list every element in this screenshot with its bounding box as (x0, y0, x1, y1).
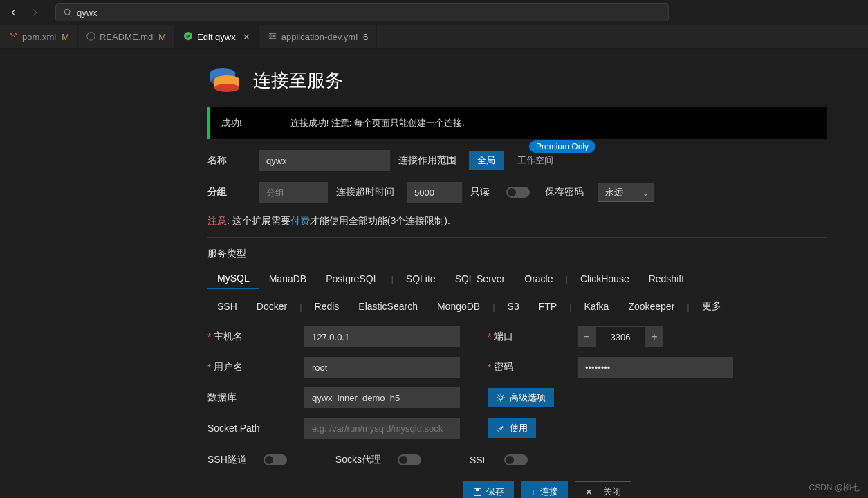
topbar: qywx (0, 0, 868, 25)
service-type-label: 服务类型 (207, 248, 830, 260)
pwd-label: 密码 (494, 361, 513, 374)
socks-toggle[interactable] (398, 454, 421, 465)
type-mysql[interactable]: MySQL (207, 268, 259, 289)
port-input[interactable] (595, 326, 645, 347)
socket-input[interactable] (304, 418, 460, 439)
type-mongodb[interactable]: MongoDB (427, 297, 490, 316)
tab-edit-qywx[interactable]: Edit qywx ✕ (175, 25, 259, 48)
watermark: CSDN @柳七 (809, 482, 860, 494)
ssl-toggle[interactable] (504, 454, 528, 465)
tab-appdev[interactable]: application-dev.yml 6 (259, 25, 378, 48)
success-alert: 成功! 连接成功! 注意: 每个页面只能创建一个连接. (207, 107, 827, 139)
database-icon (207, 66, 242, 95)
type-docker[interactable]: Docker (247, 297, 297, 316)
type-oracle[interactable]: Oracle (515, 269, 562, 288)
user-input[interactable] (304, 357, 460, 378)
alert-message: 连接成功! 注意: 每个页面只能创建一个连接. (290, 117, 465, 129)
save-icon (473, 488, 482, 497)
connect-button[interactable]: + 连接 (521, 481, 568, 498)
host-input[interactable] (304, 326, 460, 347)
close-button[interactable]: ✕ 关闭 (575, 481, 632, 498)
settings-lines-icon (268, 31, 277, 43)
group-input[interactable] (259, 182, 328, 203)
nav-forward-icon[interactable] (26, 4, 43, 21)
type-redshift[interactable]: Redshift (639, 269, 694, 288)
search-value: qywx (77, 8, 98, 18)
port-increment[interactable]: + (645, 326, 663, 347)
pwd-input[interactable] (578, 357, 733, 378)
page-title: 连接至服务 (253, 68, 343, 93)
type-sqlserver[interactable]: SQL Server (445, 269, 515, 288)
search-icon (63, 8, 73, 17)
type-mariadb[interactable]: MariaDB (259, 269, 316, 288)
svg-rect-17 (476, 488, 479, 490)
plus-icon: + (530, 487, 536, 497)
use-button[interactable]: 使用 (488, 418, 536, 438)
svg-point-7 (273, 35, 275, 37)
save-button[interactable]: 保存 (463, 481, 514, 498)
type-zookeeper[interactable]: Zookeeper (618, 297, 684, 316)
nav-back-icon[interactable] (6, 4, 22, 21)
svg-point-6 (270, 33, 272, 35)
timeout-input[interactable] (407, 182, 462, 203)
type-clickhouse[interactable]: ClickHouse (571, 269, 639, 288)
advanced-button[interactable]: 高级选项 (488, 388, 554, 407)
svg-line-1 (69, 14, 71, 16)
scope-label: 连接作用范围 (398, 154, 461, 167)
service-type-row1: MySQL MariaDB PostgreSQL | SQLite SQL Se… (207, 268, 844, 289)
premium-badge: Premium Only (529, 140, 595, 153)
readonly-label: 只读 (470, 186, 498, 199)
ssl-label: SSL (470, 454, 488, 465)
xml-icon (8, 31, 18, 43)
service-type-row2: SSH Docker | Redis ElasticSearch MongoDB… (207, 296, 844, 317)
pay-link[interactable]: 付费 (290, 215, 310, 226)
type-kafka[interactable]: Kafka (575, 297, 619, 316)
db-input[interactable] (304, 387, 460, 408)
socks-label: Socks代理 (335, 454, 381, 466)
user-label: 用户名 (214, 361, 243, 374)
alert-success-label: 成功! (221, 117, 242, 129)
type-sqlite[interactable]: SQLite (396, 269, 445, 288)
port-decrement[interactable]: − (578, 326, 595, 347)
savepwd-select[interactable]: 永远 (598, 183, 654, 202)
premium-notice: 注意: 这个扩展需要付费才能使用全部功能(3个连接限制). (207, 215, 830, 228)
tab-readme[interactable]: ⓘ README.md M (78, 25, 175, 48)
close-x-icon: ✕ (585, 487, 593, 497)
scope-global-button[interactable]: 全局 (469, 151, 504, 170)
host-label: 主机名 (214, 331, 243, 343)
command-search[interactable]: qywx (55, 3, 669, 21)
editor-tabs: pom.xml M ⓘ README.md M Edit qywx ✕ appl… (0, 25, 868, 49)
name-label: 名称 (207, 154, 250, 167)
type-postgresql[interactable]: PostgreSQL (316, 269, 388, 288)
type-redis[interactable]: Redis (305, 297, 349, 316)
ssh-toggle[interactable] (264, 454, 287, 465)
port-label: 端口 (494, 331, 513, 343)
svg-point-0 (64, 9, 70, 15)
tab-pom[interactable]: pom.xml M (0, 25, 78, 48)
svg-point-15 (499, 396, 502, 399)
savepwd-label: 保存密码 (545, 186, 589, 199)
group-label: 分组 (207, 186, 250, 199)
gear-icon (496, 393, 506, 403)
ssh-label: SSH隧道 (207, 454, 247, 466)
info-icon: ⓘ (86, 30, 95, 43)
type-elasticsearch[interactable]: ElasticSearch (349, 297, 427, 316)
type-ssh[interactable]: SSH (207, 297, 247, 316)
timeout-label: 连接超时时间 (336, 186, 398, 199)
db-label: 数据库 (207, 391, 237, 404)
name-input[interactable] (259, 150, 390, 171)
scope-workspace-button[interactable]: 工作空间 (512, 151, 559, 170)
svg-point-8 (270, 37, 272, 39)
socket-label: Socket Path (207, 423, 260, 434)
check-circle-icon (183, 31, 193, 43)
svg-point-14 (214, 84, 239, 92)
readonly-toggle[interactable] (506, 187, 530, 198)
main-content: 连接至服务 成功! 连接成功! 注意: 每个页面只能创建一个连接. 名称 连接作… (0, 49, 830, 498)
close-icon[interactable]: ✕ (243, 32, 250, 42)
type-s3[interactable]: S3 (498, 297, 529, 316)
type-more[interactable]: 更多 (692, 296, 731, 317)
wrench-icon (496, 423, 506, 433)
type-ftp[interactable]: FTP (529, 297, 566, 316)
